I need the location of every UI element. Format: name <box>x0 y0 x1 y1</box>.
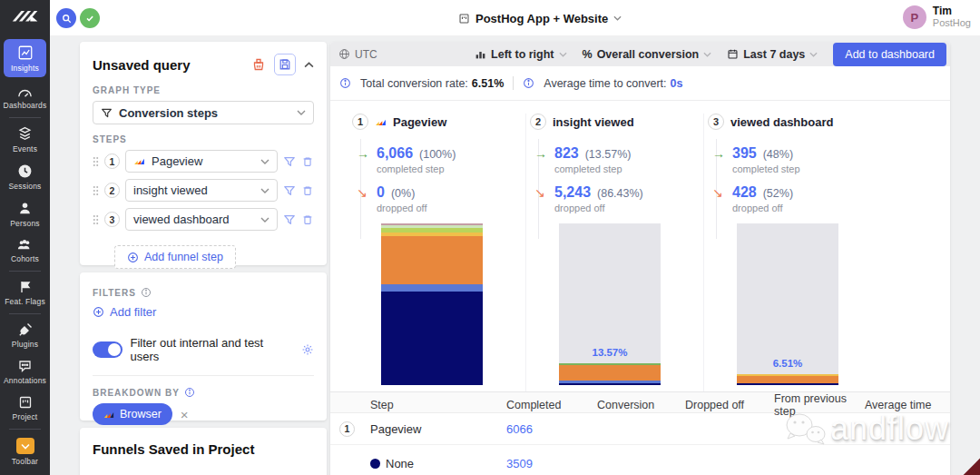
sidebar-item-toolbar[interactable]: Toolbar <box>0 432 50 470</box>
graph-type-select[interactable]: Conversion steps <box>93 101 314 124</box>
clear-query-icon[interactable] <box>251 57 266 72</box>
step-event-select[interactable]: viewed dashboard <box>125 208 278 231</box>
timezone-indicator[interactable]: UTC <box>338 48 377 61</box>
step-filter-icon[interactable] <box>283 155 296 168</box>
dropped-arrow-icon: ↘ <box>357 185 370 200</box>
step-event-value: viewed dashboard <box>133 213 230 226</box>
sidebar-item-persons[interactable]: Persons <box>0 195 50 233</box>
bar-segment <box>559 363 661 365</box>
sidebar-item-dashboards[interactable]: Dashboards <box>0 80 50 114</box>
bar-segment <box>381 225 483 228</box>
bar-segment <box>559 365 661 381</box>
add-to-dashboard-button[interactable]: Add to dashboard <box>833 43 946 66</box>
sidebar-item-label: Sessions <box>8 182 41 191</box>
group-icon <box>16 238 34 252</box>
completed-caption: completed step <box>732 163 950 174</box>
step-event-select[interactable]: insight viewed <box>125 179 278 202</box>
sidebar-item-feature-flags[interactable]: Feat. Flags <box>0 274 50 311</box>
graph-type-label: GRAPH TYPE <box>93 85 314 95</box>
total-conversion-value: 6.51% <box>472 77 504 90</box>
funnel-bar[interactable] <box>381 223 483 385</box>
sidebar-nav: Insights Dashboards Events Sessions Pers… <box>0 0 50 475</box>
drag-handle-icon[interactable] <box>93 214 99 224</box>
bar-segment <box>381 284 483 292</box>
clipboard-icon <box>18 395 33 410</box>
user-menu[interactable]: P Tim PostHog <box>903 5 971 29</box>
avatar: P <box>903 5 926 29</box>
completed-count-link[interactable]: 6066 <box>506 422 533 436</box>
sidebar-item-project[interactable]: Project <box>0 390 50 426</box>
bar-segment <box>381 228 483 233</box>
sidebar-item-cohorts[interactable]: Cohorts <box>0 233 50 268</box>
completed-count[interactable]: 395 <box>732 145 757 162</box>
step-filter-icon[interactable] <box>283 184 296 197</box>
completed-arrow-icon: → <box>712 146 726 161</box>
plus-circle-icon <box>93 306 104 318</box>
completed-caption: completed step <box>554 163 703 174</box>
funnel-step-column: 1 Pageview → 6,066 (100%) completed step… <box>348 114 526 391</box>
user-name: Tim <box>933 5 971 17</box>
sidebar-item-label: Cohorts <box>11 254 39 263</box>
sidebar-item-annotations[interactable]: Annotations <box>0 353 50 390</box>
step-number: 1 <box>104 153 120 169</box>
breakdown-value: Browser <box>120 408 162 421</box>
view-mode-value: Left to right <box>491 48 554 61</box>
completed-arrow-icon: → <box>534 146 548 161</box>
step-delete-icon[interactable] <box>301 155 314 168</box>
bar-segment <box>559 381 661 383</box>
completed-pct: (13.57%) <box>585 148 632 161</box>
funnel-step-row: 3 viewed dashboard <box>93 208 314 231</box>
sidebar-divider <box>9 117 41 118</box>
bar-segment <box>381 236 483 284</box>
posthog-app: PostHog App + Website P Tim PostHog Insi… <box>0 0 980 475</box>
breakdown-name: None <box>386 457 414 470</box>
bar-chart-icon <box>475 48 486 60</box>
add-funnel-step-button[interactable]: Add funnel step <box>114 245 236 269</box>
completed-count[interactable]: 6,066 <box>377 145 413 162</box>
project-switcher-label: PostHog App + Website <box>475 12 608 25</box>
save-insight-button[interactable] <box>274 54 296 75</box>
remove-breakdown-icon[interactable]: × <box>181 407 189 422</box>
funnel-bar[interactable]: 13.57% <box>559 223 661 385</box>
step-event-select[interactable]: Pageview <box>125 150 278 173</box>
drag-handle-icon[interactable] <box>93 185 99 195</box>
info-icon <box>339 77 351 89</box>
step-delete-icon[interactable] <box>301 184 314 197</box>
filters-card: FILTERS Add filter Filter out internal a… <box>80 272 327 421</box>
sidebar-item-plugins[interactable]: Plugins <box>0 317 50 353</box>
status-check-button[interactable] <box>80 8 100 28</box>
project-switcher[interactable]: PostHog App + Website <box>458 0 622 36</box>
collapse-panel-icon[interactable] <box>304 62 314 68</box>
dropped-count[interactable]: 0 <box>377 184 385 201</box>
completed-pct: (48%) <box>763 148 793 161</box>
funnel-step-column: 2 insight viewed → 823 (13.57%) complete… <box>526 114 704 391</box>
add-filter-button[interactable]: Add filter <box>93 305 156 319</box>
dropped-count[interactable]: 428 <box>732 184 757 201</box>
breakdown-property-pill[interactable]: Browser <box>93 403 172 425</box>
view-mode-dropdown[interactable]: Left to right <box>475 48 566 61</box>
gear-icon[interactable] <box>301 343 314 356</box>
timezone-label: UTC <box>355 48 377 61</box>
step-delete-icon[interactable] <box>301 213 314 226</box>
drag-handle-icon[interactable] <box>93 156 99 166</box>
date-range-dropdown[interactable]: Last 7 days <box>727 48 818 61</box>
dropped-caption: dropped off <box>377 203 525 213</box>
funnel-bar[interactable]: 6.51% <box>737 223 838 385</box>
metric-dropdown[interactable]: % Overall conversion <box>583 48 712 61</box>
dropped-count[interactable]: 5,243 <box>554 184 591 201</box>
sidebar-item-events[interactable]: Events <box>0 121 50 158</box>
search-button[interactable] <box>56 8 76 28</box>
step-name: viewed dashboard <box>730 115 833 129</box>
sidebar-item-label: Insights <box>11 64 39 73</box>
breakdown-label: BREAKDOWN BY <box>93 388 180 398</box>
sidebar-item-sessions[interactable]: Sessions <box>0 158 50 195</box>
step-filter-icon[interactable] <box>283 213 296 226</box>
chevron-down-icon <box>559 52 567 57</box>
plug-icon <box>18 322 33 337</box>
completed-count-link[interactable]: 3509 <box>506 457 533 470</box>
internal-users-toggle[interactable] <box>93 341 122 358</box>
sidebar-item-insights[interactable]: Insights <box>4 39 46 77</box>
posthog-logo[interactable] <box>0 0 50 36</box>
dropped-pct: (86.43%) <box>597 187 643 200</box>
completed-count[interactable]: 823 <box>554 145 579 162</box>
